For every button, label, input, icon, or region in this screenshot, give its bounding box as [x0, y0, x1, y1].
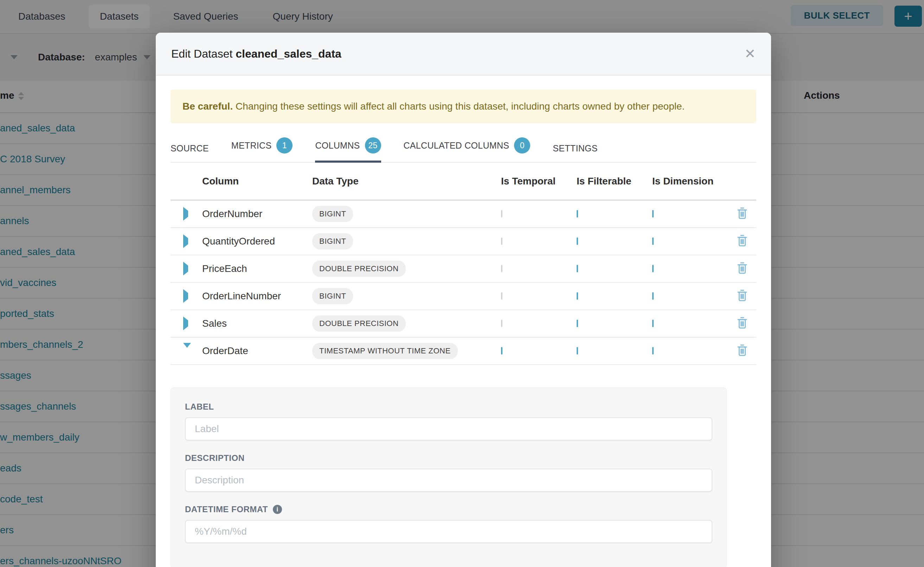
- tab-settings-label: SETTINGS: [553, 143, 597, 153]
- trash-icon[interactable]: [737, 207, 748, 221]
- is-dimension-checkbox[interactable]: [652, 237, 654, 245]
- column-name: Sales: [202, 318, 312, 329]
- expand-caret-icon[interactable]: [183, 234, 188, 248]
- is-temporal-checkbox[interactable]: [501, 292, 503, 300]
- is-filterable-header: Is Filterable: [576, 176, 652, 187]
- modal-title-dataset-name: cleaned_sales_data: [236, 47, 342, 60]
- column-header: Column: [202, 176, 312, 187]
- tab-metrics[interactable]: METRICS 1: [231, 131, 293, 162]
- description-input[interactable]: [185, 469, 712, 492]
- column-row: OrderNumber BIGINT: [170, 201, 756, 228]
- label-field-label: LABEL: [185, 402, 712, 412]
- modal-header: Edit Dataset cleaned_sales_data ✕: [156, 33, 771, 75]
- is-filterable-checkbox[interactable]: [576, 320, 578, 327]
- is-dimension-checkbox[interactable]: [652, 210, 654, 218]
- tab-metrics-label: METRICS: [231, 141, 272, 151]
- column-name: PriceEach: [202, 263, 312, 274]
- datetime-format-field-group: DATETIME FORMAT i: [185, 504, 712, 543]
- expand-caret-icon[interactable]: [183, 289, 188, 303]
- is-temporal-checkbox[interactable]: [501, 210, 503, 218]
- close-icon[interactable]: ✕: [744, 47, 755, 60]
- tab-source[interactable]: SOURCE: [170, 137, 209, 162]
- data-type-pill: DOUBLE PRECISION: [312, 315, 406, 332]
- columns-table-header: Column Data Type Is Temporal Is Filterab…: [170, 163, 756, 201]
- expand-caret-icon[interactable]: [183, 207, 188, 220]
- label-field-group: LABEL: [185, 402, 712, 441]
- tab-calculated-columns[interactable]: CALCULATED COLUMNS 0: [403, 131, 531, 162]
- is-dimension-checkbox[interactable]: [652, 292, 654, 300]
- info-icon[interactable]: i: [273, 505, 282, 514]
- trash-icon[interactable]: [737, 344, 748, 358]
- modal-title-prefix: Edit Dataset: [171, 47, 232, 60]
- is-dimension-checkbox[interactable]: [652, 347, 654, 354]
- is-filterable-checkbox[interactable]: [576, 347, 578, 354]
- column-name: OrderNumber: [202, 208, 312, 220]
- is-temporal-checkbox[interactable]: [501, 237, 503, 245]
- column-row: PriceEach DOUBLE PRECISION: [170, 255, 756, 283]
- datetime-format-label-text: DATETIME FORMAT: [185, 504, 268, 514]
- is-dimension-checkbox[interactable]: [652, 320, 654, 327]
- is-dimension-header: Is Dimension: [652, 176, 728, 187]
- is-filterable-checkbox[interactable]: [576, 292, 578, 300]
- description-field-group: DESCRIPTION: [185, 453, 712, 492]
- column-row: QuantityOrdered BIGINT: [170, 228, 756, 255]
- column-row: OrderDate TIMESTAMP WITHOUT TIME ZONE: [170, 338, 756, 365]
- datetime-format-input[interactable]: [185, 520, 712, 543]
- expand-caret-icon[interactable]: [183, 316, 188, 330]
- columns-count-badge: 25: [365, 137, 381, 153]
- data-type-header: Data Type: [312, 176, 501, 187]
- data-type-pill: TIMESTAMP WITHOUT TIME ZONE: [312, 343, 458, 359]
- tab-columns[interactable]: COLUMNS 25: [315, 131, 381, 162]
- trash-icon[interactable]: [737, 289, 748, 303]
- data-type-pill: BIGINT: [312, 206, 353, 222]
- tab-columns-label: COLUMNS: [315, 141, 360, 151]
- column-name: OrderLineNumber: [202, 291, 312, 302]
- warning-banner: Be careful. Changing these settings will…: [170, 90, 756, 123]
- tab-source-label: SOURCE: [170, 143, 209, 153]
- is-filterable-checkbox[interactable]: [576, 237, 578, 245]
- is-temporal-checkbox[interactable]: [501, 265, 503, 272]
- label-input[interactable]: [185, 417, 712, 441]
- trash-icon[interactable]: [737, 234, 748, 248]
- is-filterable-checkbox[interactable]: [576, 210, 578, 218]
- tab-settings[interactable]: SETTINGS: [553, 137, 597, 162]
- modal-body: Be careful. Changing these settings will…: [156, 90, 771, 567]
- column-row: OrderLineNumber BIGINT: [170, 283, 756, 310]
- is-temporal-checkbox[interactable]: [501, 320, 503, 327]
- is-filterable-checkbox[interactable]: [576, 265, 578, 272]
- calculated-columns-count-badge: 0: [514, 137, 530, 153]
- columns-table-body: OrderNumber BIGINT QuantityOrdered BIGIN…: [170, 201, 756, 365]
- data-type-pill: BIGINT: [312, 233, 353, 249]
- is-temporal-checkbox[interactable]: [501, 347, 503, 354]
- is-temporal-header: Is Temporal: [501, 176, 576, 187]
- trash-icon[interactable]: [737, 316, 748, 331]
- column-detail-panel: LABEL DESCRIPTION DATETIME FORMAT i: [170, 387, 727, 567]
- trash-icon[interactable]: [737, 262, 748, 276]
- data-type-pill: BIGINT: [312, 288, 353, 304]
- modal-title: Edit Dataset cleaned_sales_data: [171, 47, 342, 60]
- is-dimension-checkbox[interactable]: [652, 265, 654, 272]
- data-type-pill: DOUBLE PRECISION: [312, 261, 406, 277]
- expand-caret-icon[interactable]: [183, 343, 191, 354]
- column-row: Sales DOUBLE PRECISION: [170, 310, 756, 338]
- modal-tab-bar: SOURCE METRICS 1 COLUMNS 25 CALCULATED C…: [170, 131, 756, 163]
- edit-dataset-modal: Edit Dataset cleaned_sales_data ✕ Be car…: [156, 33, 771, 567]
- datetime-format-field-label: DATETIME FORMAT i: [185, 504, 712, 514]
- tab-calculated-columns-label: CALCULATED COLUMNS: [403, 141, 509, 151]
- warning-bold-text: Be careful.: [182, 101, 233, 112]
- warning-text: Changing these settings will affect all …: [233, 101, 685, 112]
- metrics-count-badge: 1: [276, 137, 292, 153]
- column-name: QuantityOrdered: [202, 236, 312, 247]
- description-field-label: DESCRIPTION: [185, 453, 712, 463]
- column-name: OrderDate: [202, 345, 312, 357]
- expand-caret-icon[interactable]: [183, 262, 188, 275]
